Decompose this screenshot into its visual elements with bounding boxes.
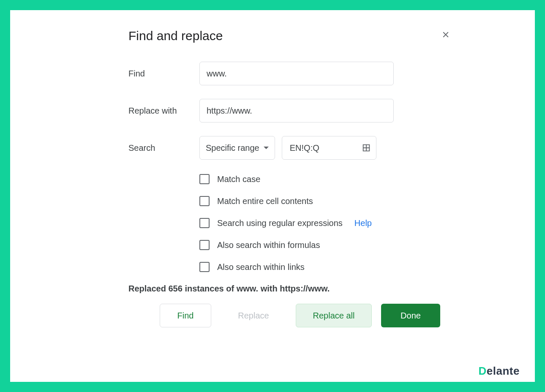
- close-icon[interactable]: [439, 30, 452, 42]
- search-scope-value: Specific range: [206, 143, 259, 153]
- match-entire-label: Match entire cell contents: [217, 196, 313, 206]
- find-button[interactable]: Find: [160, 304, 211, 327]
- match-case-label: Match case: [217, 174, 260, 184]
- formulas-checkbox[interactable]: [199, 240, 210, 250]
- match-case-checkbox[interactable]: [199, 174, 210, 184]
- replace-label: Replace with: [128, 106, 199, 116]
- match-entire-checkbox[interactable]: [199, 196, 210, 206]
- range-input[interactable]: [289, 143, 362, 153]
- status-message: Replaced 656 instances of www. with http…: [128, 284, 466, 294]
- search-scope-select[interactable]: Specific range: [199, 136, 275, 160]
- brand-logo: Delante: [479, 365, 520, 378]
- dialog-title: Find and replace: [128, 29, 223, 43]
- dialog-header: Find and replace: [128, 29, 466, 43]
- find-label: Find: [128, 69, 199, 79]
- regex-help-link[interactable]: Help: [354, 218, 372, 228]
- replace-all-button[interactable]: Replace all: [296, 304, 372, 327]
- match-case-row: Match case: [199, 174, 466, 184]
- formulas-label: Also search within formulas: [217, 240, 320, 250]
- regex-row: Search using regular expressions Help: [199, 218, 466, 228]
- range-input-box[interactable]: [282, 136, 376, 160]
- find-row: Find: [128, 62, 466, 85]
- search-row: Search Specific range: [128, 136, 466, 160]
- links-row: Also search within links: [199, 262, 466, 272]
- find-input[interactable]: [199, 62, 394, 85]
- formulas-row: Also search within formulas: [199, 240, 466, 250]
- search-label: Search: [128, 143, 199, 153]
- replace-button[interactable]: Replace: [221, 304, 286, 327]
- search-controls: Specific range: [199, 136, 376, 160]
- links-checkbox[interactable]: [199, 262, 210, 272]
- brand-prefix: D: [479, 365, 487, 377]
- outer-frame: Find and replace Find Replace with Searc…: [0, 0, 545, 392]
- regex-label: Search using regular expressions: [217, 218, 343, 228]
- links-label: Also search within links: [217, 262, 305, 272]
- replace-input[interactable]: [199, 99, 394, 122]
- brand-rest: elante: [487, 365, 520, 377]
- done-button[interactable]: Done: [381, 304, 440, 327]
- regex-checkbox[interactable]: [199, 218, 210, 228]
- chevron-down-icon: [264, 147, 269, 149]
- find-replace-dialog: Find and replace Find Replace with Searc…: [128, 29, 466, 327]
- button-row: Find Replace Replace all Done: [160, 304, 466, 327]
- dialog-panel: Find and replace Find Replace with Searc…: [10, 10, 535, 382]
- grid-icon[interactable]: [362, 143, 371, 152]
- replace-row: Replace with: [128, 99, 466, 122]
- match-entire-row: Match entire cell contents: [199, 196, 466, 206]
- options-group: Match case Match entire cell contents Se…: [199, 174, 466, 272]
